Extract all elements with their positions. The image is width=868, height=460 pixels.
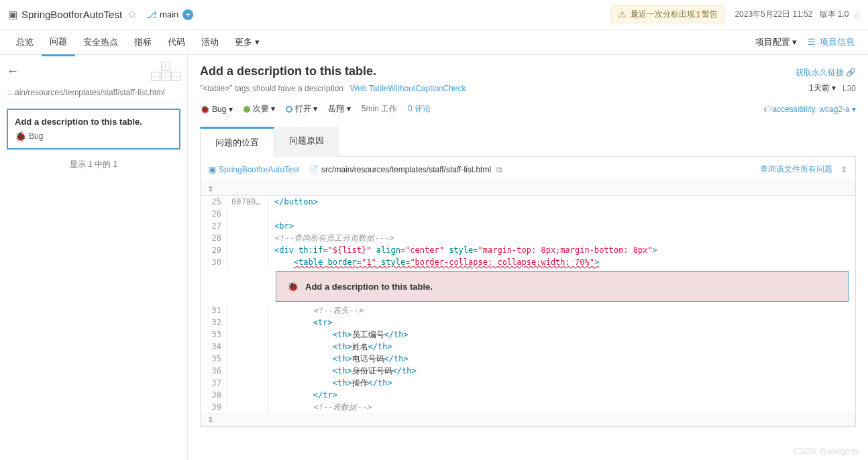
expand-icon: ⇕ (207, 415, 214, 424)
inline-issue-box[interactable]: 🐞 Add a description to this table. (276, 271, 849, 302)
code-line: 39 <!--表数据--> (201, 401, 855, 413)
version-text: 版本 1.0 (820, 9, 849, 20)
sidebar-pager: 显示 1 中的 1 (7, 159, 180, 170)
effort-text: 5min 工作 (362, 103, 397, 115)
code-line: 35 <th>电话号码</th> (201, 353, 855, 365)
breadcrumb-path: src/main/resources/templates/staff/staff… (321, 165, 491, 174)
nav-issues[interactable]: 问题 (42, 29, 75, 56)
nav-activity[interactable]: 活动 (193, 30, 227, 55)
code-line: 2500780…</button> (201, 196, 855, 208)
line-number: L30 (843, 84, 856, 93)
code-line: 28<!--查询所有员工分页数据---> (201, 232, 855, 244)
issue-card-title: Add a description to this table. (15, 117, 172, 127)
code-line: 33 <th>员工编号</th> (201, 329, 855, 341)
code-line: 29<div th:if="${list}" align="center" st… (201, 244, 855, 256)
nav-more-dropdown[interactable]: 更多 ▾ (227, 30, 268, 55)
tab-where[interactable]: 问题的位置 (200, 127, 274, 157)
nav-hotspots[interactable]: 安全热点 (75, 30, 126, 55)
branch-name[interactable]: main (160, 9, 178, 19)
issue-sidebar: ← ↑ ←↓→ …ain/resources/templates/staff/s… (0, 55, 188, 460)
code-line: 38 </tr> (201, 389, 855, 401)
all-file-issues-link[interactable]: 查询该文件所有问题 (760, 164, 832, 175)
nav-overview[interactable]: 总览 (8, 30, 42, 55)
warning-suffix: 警告 (702, 9, 718, 20)
permalink-link[interactable]: 获取永久链接 🔗 (796, 67, 856, 78)
warning-count: 1 (696, 10, 701, 19)
list-icon: ☰ (808, 37, 816, 47)
top-bar: ▣ SpringBootforAutoTest ☆ ⎇ main + ⚠ 最近一… (0, 0, 868, 30)
analysis-warning-box[interactable]: ⚠ 最近一次分析出现 1 警告 (611, 5, 726, 23)
file-icon: 📄 (309, 165, 319, 174)
expand-up-row[interactable]: ⇕ (201, 182, 855, 196)
bug-icon: 🐞 (287, 281, 299, 292)
rule-description: "<table>" tags should have a description (200, 84, 343, 93)
project-icon: ▣ (209, 165, 216, 174)
inline-issue-text: Add a description to this table. (305, 282, 433, 292)
file-path: …ain/resources/templates/staff/staff-lis… (7, 88, 180, 103)
issue-card-type: Bug (29, 131, 43, 141)
watermark: CSDN @xiangcns (794, 447, 859, 456)
code-line: 32 <tr> (201, 317, 855, 329)
project-info-link[interactable]: ☰ 项目信息 (802, 30, 860, 55)
copy-path-icon[interactable]: ⧉ (496, 165, 502, 174)
branch-icon: ⎇ (146, 9, 157, 20)
warning-icon: ⚠ (618, 9, 627, 19)
code-line: 34 <th>姓名</th> (201, 341, 855, 353)
issue-tabs: 问题的位置 问题原因 (200, 127, 856, 157)
breadcrumb-project[interactable]: SpringBootforAutoTest (219, 165, 299, 174)
bug-icon: 🐞 (15, 131, 26, 141)
code-line: 37 <th>操作</th> (201, 377, 855, 389)
comments-link[interactable]: 0 评论 (408, 103, 431, 115)
rule-key-link[interactable]: Web:TableWithoutCaptionCheck (350, 84, 466, 93)
issue-age[interactable]: 1天前 ▾ (809, 82, 836, 94)
bug-icon: 🐞 (200, 105, 210, 114)
tab-why[interactable]: 问题原因 (274, 127, 339, 157)
nav-code[interactable]: 代码 (160, 30, 193, 55)
code-panel: ▣ SpringBootforAutoTest 📄 src/main/resou… (200, 156, 856, 427)
expand-down-row[interactable]: ⇕ (201, 413, 855, 426)
code-line: 27<br> (201, 220, 855, 232)
keyboard-shortcuts-icon: ↑ ←↓→ (151, 62, 180, 81)
severity-dropdown[interactable]: 次要 ▾ (243, 103, 275, 115)
main-panel: Add a description to this table. 获取永久链接 … (188, 55, 868, 460)
expand-icon[interactable]: ⇕ (840, 165, 847, 174)
issue-card[interactable]: Add a description to this table. 🐞 Bug (7, 109, 180, 150)
nav-measures[interactable]: 指标 (126, 30, 160, 55)
type-dropdown[interactable]: 🐞Bug ▾ (200, 105, 233, 114)
tag-icon: 🏷 (763, 105, 771, 114)
favorite-star-icon[interactable]: ☆ (127, 8, 137, 21)
analysis-date: 2023年5月22日 11:52 (735, 9, 812, 20)
project-name: SpringBootforAutoTest (21, 9, 122, 20)
project-nav: 总览 问题 安全热点 指标 代码 活动 更多 ▾ 项目配置 ▾ ☰ 项目信息 (0, 30, 868, 55)
code-line: 31 <!--表头--> (201, 304, 855, 317)
severity-icon (243, 106, 250, 113)
code-line: 36 <th>身份证号码</th> (201, 365, 855, 377)
tags-dropdown[interactable]: 🏷accessibility, wcag2-a ▾ (763, 105, 857, 114)
issue-title: Add a description to this table. (200, 64, 376, 78)
warning-prefix: 最近一次分析出现 (631, 9, 695, 20)
status-icon (286, 106, 292, 113)
expand-icon: ⇕ (207, 184, 214, 194)
assignee-dropdown[interactable]: 岳翔 ▾ (328, 103, 350, 115)
back-arrow-icon[interactable]: ← (7, 64, 19, 78)
project-config-dropdown[interactable]: 项目配置 ▾ (750, 30, 803, 55)
project-icon: ▣ (8, 9, 17, 21)
add-branch-button[interactable]: + (182, 9, 193, 20)
home-icon[interactable]: ⌂ (855, 9, 860, 20)
code-line: 26 (201, 208, 855, 220)
status-dropdown[interactable]: 打开 ▾ (286, 103, 317, 115)
code-line: 30 <table border="1" style="border-colla… (201, 256, 855, 268)
